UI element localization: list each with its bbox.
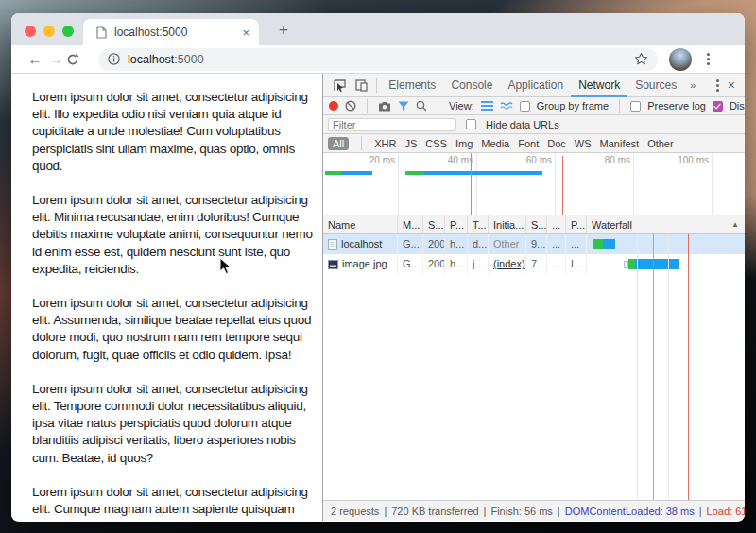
type-filter-font[interactable]: Font <box>518 138 539 149</box>
reload-icon[interactable] <box>66 53 87 66</box>
separator: | <box>699 506 702 517</box>
method-cell: G... <box>398 234 423 254</box>
minimize-window-button[interactable] <box>43 26 55 37</box>
tick-label: 80 ms <box>557 155 630 165</box>
column-header-name[interactable]: Name <box>323 215 398 233</box>
page-icon <box>96 26 107 39</box>
devtools-tab-elements[interactable]: Elements <box>381 74 443 97</box>
request-type-filters: All XHR JS CSS Img Media Font Doc WS Man… <box>323 134 745 153</box>
disable-cache-checkbox[interactable] <box>713 101 723 112</box>
devtools-tab-application[interactable]: Application <box>500 74 571 97</box>
type-filter-xhr[interactable]: XHR <box>374 138 396 149</box>
type-filter-media[interactable]: Media <box>481 138 509 149</box>
view-overview-icon[interactable] <box>500 101 513 111</box>
view-label: View: <box>449 100 474 112</box>
lorem-paragraph: Lorem ipsum dolor sit amet, consectetur … <box>32 381 314 467</box>
record-network-log-icon[interactable] <box>329 101 338 111</box>
devtools-panel: Elements Console Application Network Sou… <box>322 74 745 521</box>
type-filter-img[interactable]: Img <box>455 138 472 149</box>
devtools-menu-icon[interactable] <box>711 79 724 92</box>
filter-input[interactable] <box>328 118 456 131</box>
type-filter-other[interactable]: Other <box>647 138 674 149</box>
tick-label: 60 ms <box>478 155 552 165</box>
column-header-method[interactable]: M... <box>398 215 423 233</box>
group-by-frame-checkbox[interactable] <box>520 101 530 112</box>
gridline <box>476 153 477 215</box>
devtools-tab-console[interactable]: Console <box>443 74 500 97</box>
type-filter-css[interactable]: CSS <box>425 138 447 149</box>
gridline <box>398 153 399 215</box>
column-header-size[interactable]: S... <box>526 215 547 233</box>
dcl-marker-line <box>471 153 472 215</box>
browser-menu-icon[interactable] <box>701 53 714 65</box>
type-filter-manifest[interactable]: Manifest <box>600 138 640 149</box>
info-icon[interactable] <box>108 53 120 65</box>
type-filter-js[interactable]: JS <box>404 138 417 149</box>
devtools-close-icon[interactable]: × <box>724 77 745 93</box>
new-tab-button[interactable]: + <box>272 21 295 40</box>
column-header-waterfall[interactable]: Waterfall▲ <box>587 215 745 233</box>
browser-toolbar: ← → localhost:5000 <box>11 45 745 74</box>
column-header-time[interactable]: ... <box>547 215 566 233</box>
initiator-cell: Other <box>489 234 526 254</box>
waterfall-bar <box>593 239 615 249</box>
initiator-cell: (index) <box>489 254 526 274</box>
profile-avatar[interactable] <box>669 48 692 71</box>
table-row[interactable]: image.jpg G... 200 h... j... (index) 7..… <box>323 254 745 274</box>
lorem-paragraph: Lorem ipsum dolor sit amet, consectetur … <box>32 295 314 364</box>
clear-network-log-icon[interactable] <box>345 100 356 112</box>
hide-data-urls-checkbox[interactable] <box>466 119 476 129</box>
search-icon[interactable] <box>416 100 427 112</box>
size-cell: 9... <box>526 234 547 254</box>
browser-tab[interactable]: localhost:5000 × <box>83 19 259 45</box>
close-window-button[interactable] <box>25 26 36 37</box>
type-filter-ws[interactable]: WS <box>575 138 592 149</box>
overview-bar-localhost <box>325 171 372 175</box>
back-icon[interactable]: ← <box>25 51 45 67</box>
inspect-element-icon[interactable] <box>329 74 351 96</box>
status-cell: 200 <box>423 254 445 274</box>
table-row[interactable]: localhost G... 200 h... d... Other 9... … <box>323 234 745 254</box>
waterfall-cell <box>587 254 745 274</box>
hide-data-urls-label: Hide data URLs <box>486 119 559 130</box>
devtools-tab-sources[interactable]: Sources <box>627 74 684 97</box>
devtools-tab-network[interactable]: Network <box>571 74 627 97</box>
column-header-priority[interactable]: P... <box>566 215 587 233</box>
bookmark-star-icon[interactable] <box>634 52 648 66</box>
url-host: localhost <box>128 53 174 66</box>
zoom-window-button[interactable] <box>62 26 74 37</box>
capture-screenshots-icon[interactable] <box>378 101 391 112</box>
initiator-link[interactable]: (index) <box>493 254 525 274</box>
divider <box>361 136 362 150</box>
browser-window: localhost:5000 × + ← → localhost:5000 <box>11 13 745 522</box>
filter-funnel-icon[interactable] <box>398 101 409 112</box>
type-filter-doc[interactable]: Doc <box>547 138 566 149</box>
tab-close-icon[interactable]: × <box>242 26 249 39</box>
network-requests-table: Name M... S... P... T... Initia... S... … <box>323 215 745 500</box>
lorem-paragraph: Lorem ipsum dolor sit amet, consectetur … <box>32 192 314 278</box>
gridline <box>712 153 713 215</box>
type-filter-all[interactable]: All <box>328 137 349 150</box>
devtools-tabbar: Elements Console Application Network Sou… <box>323 74 745 97</box>
address-bar[interactable]: localhost:5000 <box>98 48 658 71</box>
separator: | <box>384 506 387 517</box>
device-toolbar-icon[interactable] <box>351 74 372 96</box>
column-header-status[interactable]: S... <box>423 215 445 233</box>
gridline <box>668 234 669 500</box>
divider <box>376 78 377 93</box>
url-text: localhost:5000 <box>128 53 627 66</box>
network-overview-timeline[interactable]: 20 ms 40 ms 60 ms 80 ms 100 ms <box>323 153 745 215</box>
preserve-log-checkbox[interactable] <box>630 101 641 112</box>
more-tabs-chevron-icon[interactable]: » <box>684 79 701 91</box>
method-cell: G... <box>398 254 423 274</box>
column-header-protocol[interactable]: P... <box>445 215 468 233</box>
column-header-type[interactable]: T... <box>468 215 489 233</box>
requests-count: 2 requests <box>331 506 379 517</box>
forward-icon[interactable]: → <box>45 51 66 67</box>
priority-cell: L... <box>566 254 587 274</box>
column-header-initiator[interactable]: Initia... <box>489 215 526 233</box>
view-list-icon[interactable] <box>481 101 493 111</box>
status-cell: 200 <box>423 234 445 254</box>
priority-cell: ... <box>566 234 587 254</box>
macos-traffic-lights <box>25 26 74 37</box>
